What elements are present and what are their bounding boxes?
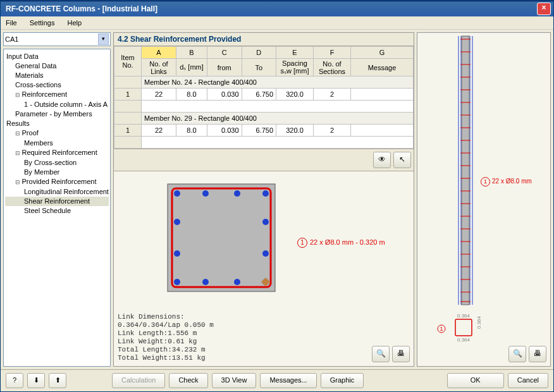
col-F[interactable]: F <box>314 47 351 59</box>
annotation-number: 1 <box>297 238 307 248</box>
tree-steel-schedule[interactable]: Steel Schedule <box>5 206 109 216</box>
svg-text:0.364: 0.364 <box>476 315 482 329</box>
svg-text:0.364: 0.364 <box>457 337 471 343</box>
member-view[interactable]: 122 x Ø8.0 mm 1 0.364 0.364 0.364 🔍 🖶 <box>417 32 551 367</box>
pick-icon[interactable]: ↖ <box>393 152 411 168</box>
tree-results[interactable]: Results <box>5 119 109 128</box>
svg-point-5 <box>262 190 269 197</box>
window-title: RF-CONCRETE Columns - [Industrial Hall] <box>3 4 537 13</box>
hdr-spacing: Spacing sₛw [mm] <box>276 59 314 77</box>
tree-shear-reinf[interactable]: Shear Reinforcement <box>5 197 109 206</box>
hdr-to: To <box>242 59 276 77</box>
svg-rect-0 <box>168 184 275 291</box>
col-A[interactable]: A <box>142 47 176 59</box>
tree-input-data[interactable]: Input Data <box>5 52 109 61</box>
graphic-button[interactable]: Graphic <box>321 373 364 388</box>
svg-point-2 <box>174 190 180 197</box>
member-annotation: 122 x Ø8.0 mm <box>481 177 532 187</box>
svg-text:1: 1 <box>440 326 443 332</box>
svg-point-4 <box>234 190 240 197</box>
case-combo-value: CA1 <box>5 35 98 43</box>
check-button[interactable]: Check <box>169 373 207 388</box>
tree-cross-sections[interactable]: Cross-sections <box>5 80 109 90</box>
col-item: Item No. <box>114 47 142 77</box>
svg-point-12 <box>234 279 240 285</box>
eye-icon[interactable]: 👁 <box>373 152 391 168</box>
ok-button[interactable]: OK <box>447 373 504 388</box>
col-E[interactable]: E <box>276 47 314 59</box>
tree-by-cs[interactable]: By Cross-section <box>5 158 109 168</box>
results-table[interactable]: Item No. A B C D E F G No. of Links dₛ [… <box>114 46 414 149</box>
calculation-button[interactable]: Calculation <box>112 373 165 388</box>
tree-reinf-item[interactable]: 1 - Outside column - Axis A <box>5 100 109 109</box>
hdr-links: No. of Links <box>142 59 176 77</box>
menu-settings[interactable]: Settings <box>27 18 58 28</box>
zoom-icon[interactable]: 🔍 <box>508 346 526 362</box>
svg-text:0.364: 0.364 <box>457 313 471 319</box>
messages-button[interactable]: Messages... <box>260 373 316 388</box>
svg-point-8 <box>174 250 180 257</box>
svg-rect-44 <box>455 319 472 336</box>
import-button[interactable]: ⬇ <box>27 373 45 388</box>
tree-prov-reinf[interactable]: Provided Reinforcement <box>5 177 109 187</box>
tree-materials[interactable]: Materials <box>5 71 109 80</box>
row-header <box>114 77 142 89</box>
tree-reinforcement[interactable]: Reinforcement <box>5 90 109 100</box>
tree-req-reinf[interactable]: Required Reinforcement <box>5 148 109 158</box>
chevron-down-icon[interactable]: ▾ <box>98 34 109 45</box>
export-button[interactable]: ⬆ <box>49 373 66 388</box>
svg-point-7 <box>262 219 269 225</box>
3d-view-button[interactable]: 3D View <box>212 373 257 388</box>
col-D[interactable]: D <box>242 47 276 59</box>
row-header <box>114 113 142 125</box>
menu-file[interactable]: File <box>3 18 20 28</box>
tree-by-member[interactable]: By Member <box>5 168 109 177</box>
col-B[interactable]: B <box>176 47 207 59</box>
hdr-msg: Message <box>351 59 414 77</box>
zoom-icon[interactable]: 🔍 <box>372 346 390 362</box>
print-icon[interactable]: 🖶 <box>529 346 546 362</box>
tree-general-data[interactable]: General Data <box>5 61 109 71</box>
hdr-ds: dₛ [mm] <box>176 59 207 77</box>
tree-long-reinf[interactable]: Longitudinal Reinforcement <box>5 187 109 197</box>
cancel-button[interactable]: Cancel <box>508 373 548 388</box>
menu-help[interactable]: Help <box>65 18 84 28</box>
nav-tree[interactable]: Input Data General Data Materials Cross-… <box>3 49 111 367</box>
annotation-text: 22 x Ø8.0 mm - 0.320 m <box>310 238 385 246</box>
help-button[interactable]: ? <box>6 373 23 388</box>
tree-members[interactable]: Members <box>5 138 109 148</box>
hdr-sections: No. of Sections <box>314 59 351 77</box>
col-G[interactable]: G <box>351 47 414 59</box>
section-thumbnail: 1 0.364 0.364 0.364 <box>436 310 493 346</box>
svg-point-11 <box>202 279 209 285</box>
hdr-from: from <box>207 59 242 77</box>
table-row[interactable]: 1 22 8.0 0.030 6.750 320.0 2 <box>114 89 414 101</box>
panel-heading: 4.2 Shear Reinforcement Provided <box>114 33 414 46</box>
svg-point-10 <box>174 279 180 285</box>
titlebar: RF-CONCRETE Columns - [Industrial Hall] … <box>1 1 553 16</box>
tree-proof[interactable]: Proof <box>5 128 109 138</box>
tree-parameter[interactable]: Parameter - by Members <box>5 109 109 119</box>
case-combo[interactable]: CA1 ▾ <box>3 32 111 46</box>
col-C[interactable]: C <box>207 47 242 59</box>
svg-point-3 <box>202 190 209 197</box>
cross-section-diagram <box>164 181 285 301</box>
section-annotation: 122 x Ø8.0 mm - 0.320 m <box>297 238 385 248</box>
table-row[interactable]: 1 22 8.0 0.030 6.750 320.0 2 <box>114 125 414 137</box>
group-row[interactable]: Member No. 24 - Rectangle 400/400 <box>142 77 414 89</box>
link-dimensions-text: Link Dimensions: 0.364/0.364/Lap 0.050 m… <box>118 313 214 362</box>
cross-section-view[interactable]: 122 x Ø8.0 mm - 0.320 m Link Dimensions:… <box>114 171 414 366</box>
group-row[interactable]: Member No. 29 - Rectangle 400/400 <box>142 113 414 125</box>
print-icon[interactable]: 🖶 <box>392 346 410 362</box>
svg-point-9 <box>262 250 269 257</box>
svg-rect-19 <box>462 36 469 305</box>
svg-point-6 <box>174 219 180 225</box>
close-icon[interactable]: × <box>537 3 551 15</box>
menubar: File Settings Help <box>1 16 553 30</box>
